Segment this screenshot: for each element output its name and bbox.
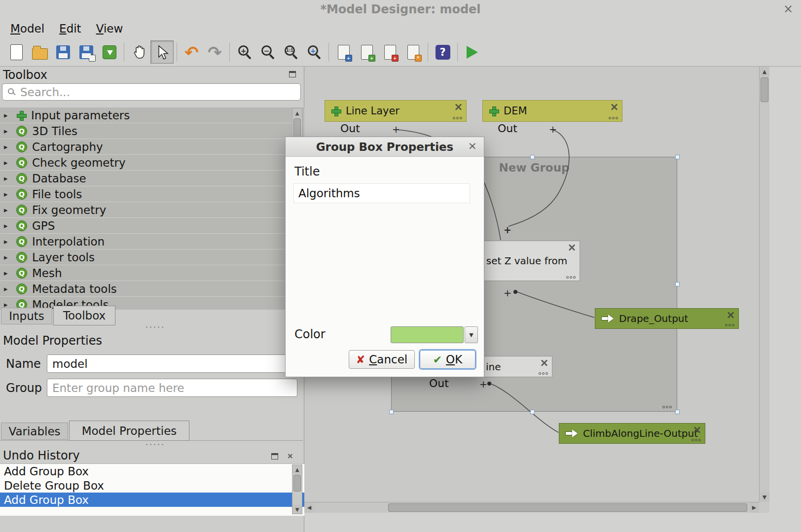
model-group-input[interactable] [47,379,297,397]
group-resize-handle[interactable] [675,155,680,159]
save-to-project-button[interactable] [98,40,121,64]
cancel-button[interactable]: ✘ Cancel [349,350,415,369]
remove-node-icon[interactable] [568,244,576,251]
toolbox-item-file-tools[interactable]: ▸ Q File tools [0,186,304,202]
undo-history-scrollbar[interactable]: ▲ ▼ [292,464,302,514]
expand-arrow-icon[interactable]: ▸ [4,237,11,246]
window-close-button[interactable]: × [783,2,793,16]
toolbox-item-fix-geometry[interactable]: ▸ Q Fix geometry [0,202,304,217]
expand-arrow-icon[interactable]: ▸ [4,111,11,120]
group-resize-handle[interactable] [530,410,535,414]
group-resize-handle[interactable] [675,410,680,414]
scroll-up-arrow[interactable]: ▲ [292,108,302,117]
save-model-button[interactable] [51,40,74,64]
open-model-button[interactable] [28,40,51,64]
expand-plus-icon[interactable]: + [479,379,487,390]
toolbox-item-input-parameters[interactable]: ▸ Input parameters [0,107,304,123]
expand-plus-icon[interactable]: + [549,124,557,135]
close-panel-icon[interactable] [287,453,292,459]
remove-node-icon[interactable] [727,311,734,319]
expand-arrow-icon[interactable]: ▸ [4,206,11,214]
tab-toolbox[interactable]: Toolbox [53,306,115,325]
tab-model-properties[interactable]: Model Properties [69,421,189,441]
export-svg-button[interactable]: * [401,40,425,64]
toolbox-item-cartography[interactable]: ▸ Q Cartography [0,139,304,154]
node-dem[interactable]: DEM [482,100,622,122]
scrollbar-thumb[interactable] [293,475,301,492]
expand-arrow-icon[interactable]: ▸ [4,174,11,183]
remove-node-icon[interactable] [693,426,701,434]
node-climbalongline-output[interactable]: ClimbAlongLine-Output [559,423,705,444]
export-image-button[interactable]: + [332,40,355,64]
toolbox-item-3d-tiles[interactable]: ▸ Q 3D Tiles [0,123,304,139]
menu-model[interactable]: Model [3,20,52,37]
menu-view[interactable]: View [89,20,131,37]
toolbox-item-layer-tools[interactable]: ▸ Q Layer tools [0,249,304,265]
pan-tool-button[interactable] [127,40,150,64]
float-panel-icon[interactable] [289,71,296,77]
expand-arrow-icon[interactable]: ▸ [4,142,11,151]
expand-arrow-icon[interactable]: ▸ [4,127,11,136]
run-model-button[interactable] [461,40,484,64]
undo-item[interactable]: Add Group Box [0,464,304,478]
toolbox-item-interpolation[interactable]: ▸ Q Interpolation [0,234,304,249]
redo-button[interactable]: ↷ [203,40,226,64]
node-drape-output[interactable]: Drape_Output [595,308,739,329]
expand-plus-icon[interactable]: + [392,124,400,135]
expand-arrow-icon[interactable]: ▸ [4,253,11,262]
zoom-in-button[interactable]: + [233,40,256,64]
group-resize-handle[interactable] [675,282,680,286]
toolbox-item-gps[interactable]: ▸ Q GPS [0,218,304,233]
float-panel-icon[interactable] [271,453,278,460]
group-box-title-input[interactable] [293,183,470,203]
undo-button[interactable]: ↶ [180,40,203,64]
splitter-handle[interactable] [146,444,163,445]
color-dropdown-button[interactable]: ▼ [465,326,478,343]
help-button[interactable]: ? [431,40,454,64]
group-resize-handle[interactable] [530,155,535,159]
toolbox-item-check-geometry[interactable]: ▸ Q Check geometry [0,155,304,170]
node-line-layer[interactable]: Line Layer [325,100,467,122]
dialog-titlebar[interactable]: Group Box Properties × [286,137,484,157]
search-input[interactable] [20,85,294,99]
comment-dots-icon[interactable] [725,324,734,326]
tab-variables[interactable]: Variables [1,423,68,440]
comment-dots-icon[interactable] [539,372,548,375]
dialog-close-button[interactable]: × [468,140,477,152]
expand-plus-icon[interactable]: + [504,287,511,298]
scroll-down-arrow[interactable]: ▼ [292,505,302,514]
export-dxf-button[interactable]: + [355,40,378,64]
expand-arrow-icon[interactable]: ▸ [4,158,11,167]
zoom-out-button[interactable]: − [256,40,279,64]
color-swatch[interactable] [391,326,464,343]
comment-dots-icon[interactable] [692,439,701,441]
zoom-actual-button[interactable]: 1:1 [279,40,302,64]
undo-item-selected[interactable]: Add Group Box [0,493,304,507]
toolbox-item-metadata-tools[interactable]: ▸ Q Metadata tools [0,281,304,296]
remove-node-icon[interactable] [454,103,462,111]
menu-edit[interactable]: Edit [52,20,89,37]
toolbox-item-mesh[interactable]: ▸ Q Mesh [0,265,304,281]
export-pdf-button[interactable]: + [378,40,401,64]
splitter-handle[interactable] [146,326,163,328]
port-dot[interactable] [487,382,491,386]
comment-dots-icon[interactable] [609,117,618,119]
expand-arrow-icon[interactable]: ▸ [4,221,11,230]
comment-dots-icon[interactable] [566,276,576,279]
scroll-up-arrow[interactable]: ▲ [292,465,302,474]
group-resize-handle[interactable] [389,410,394,414]
node-set-z-value[interactable]: set Z value from [473,241,580,281]
expand-arrow-icon[interactable]: ▸ [4,269,11,278]
zoom-full-button[interactable]: + [302,40,326,64]
remove-node-icon[interactable] [610,103,618,111]
comment-dots-icon[interactable] [453,117,462,119]
undo-item[interactable]: Delete Group Box [0,478,304,493]
model-name-input[interactable] [47,355,302,373]
toolbox-item-database[interactable]: ▸ Q Database [0,171,304,186]
select-tool-button[interactable] [150,40,174,64]
port-dot[interactable] [513,290,517,294]
ok-button[interactable]: ✔ OK [420,350,475,369]
save-as-button[interactable] [74,40,98,64]
expand-arrow-icon[interactable]: ▸ [4,284,11,293]
expand-arrow-icon[interactable]: ▸ [4,190,11,199]
